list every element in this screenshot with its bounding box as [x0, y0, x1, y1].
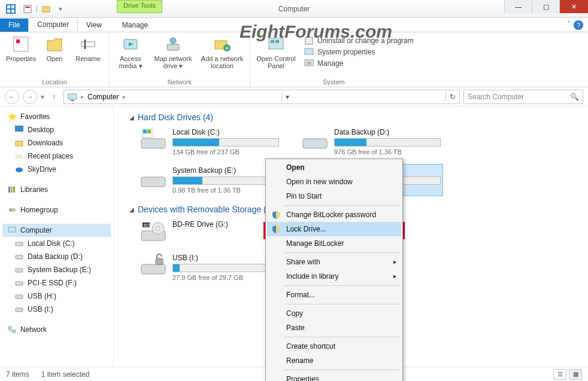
system-properties-button[interactable]: System properties: [304, 47, 414, 57]
rename-button[interactable]: Rename: [71, 35, 105, 62]
svg-rect-22: [305, 37, 313, 44]
ctx-lock-drive[interactable]: Lock Drive...: [267, 222, 401, 236]
qat-new-folder-icon[interactable]: [40, 3, 52, 15]
control-panel-icon: [266, 35, 286, 54]
drive-tools-context-tab[interactable]: Drive Tools: [117, 0, 162, 13]
drive-g[interactable]: BD BD-RE Drive (G:): [138, 218, 281, 245]
homegroup-icon: [7, 205, 17, 215]
drive-c[interactable]: Local Disk (C:)134 GB free of 237 GB: [138, 126, 281, 158]
tab-view[interactable]: View: [78, 19, 110, 32]
ctx-properties[interactable]: Properties: [267, 372, 401, 381]
address-bar[interactable]: ▸ Computer ▸ ▾ ↻: [63, 90, 460, 104]
search-icon[interactable]: 🔍: [570, 93, 579, 101]
uninstall-program-button[interactable]: Uninstall or change a program: [304, 36, 414, 45]
add-network-location-button[interactable]: +Add a network location: [198, 35, 246, 70]
refresh-icon[interactable]: ↻: [445, 93, 456, 101]
forward-button[interactable]: →: [23, 90, 37, 104]
qat-properties-icon[interactable]: [22, 3, 34, 15]
tree-drive-c[interactable]: Local Disk (C:): [2, 237, 111, 250]
tree-drive-h[interactable]: USB (H:): [2, 289, 111, 303]
tree-libraries[interactable]: Libraries: [2, 183, 111, 196]
tree-homegroup[interactable]: Homegroup: [2, 203, 111, 217]
svg-text:BD: BD: [144, 223, 150, 227]
tree-skydrive[interactable]: SkyDrive: [2, 163, 111, 176]
window-title: Computer: [278, 5, 310, 13]
access-media-button[interactable]: Access media ▾: [113, 35, 148, 70]
collapse-ribbon-icon[interactable]: ˆ: [568, 20, 570, 29]
tree-downloads[interactable]: Downloads: [2, 136, 111, 150]
properties-button[interactable]: Properties: [4, 35, 38, 62]
ctx-pin-to-start[interactable]: Pin to Start: [267, 189, 401, 203]
libraries-icon: [7, 185, 17, 194]
search-input[interactable]: Search Computer 🔍: [463, 90, 583, 104]
tree-drive-d[interactable]: Data Backup (D:): [2, 250, 111, 263]
tab-computer[interactable]: Computer: [28, 17, 78, 32]
drive-i[interactable]: USB (I:)27.9 GB free of 29.7 GB: [138, 251, 281, 284]
ctx-paste[interactable]: Paste: [267, 321, 401, 335]
ctx-copy[interactable]: Copy: [267, 306, 401, 321]
open-control-panel-button[interactable]: Open Control Panel: [254, 35, 298, 69]
tree-desktop[interactable]: Desktop: [2, 123, 111, 136]
open-button[interactable]: Open: [42, 35, 67, 62]
tree-favorites[interactable]: ⭐Favorites: [2, 110, 111, 123]
svg-rect-47: [143, 130, 147, 133]
tab-file[interactable]: File: [0, 19, 28, 32]
address-dropdown-icon[interactable]: ▾: [281, 93, 289, 101]
rename-icon: [78, 35, 98, 54]
breadcrumb-computer[interactable]: Computer: [87, 93, 119, 101]
history-dropdown-icon[interactable]: ▾: [41, 93, 44, 101]
star-icon: ⭐: [7, 112, 17, 121]
tree-computer[interactable]: Computer: [2, 224, 111, 237]
manage-button[interactable]: Manage: [304, 59, 414, 68]
tree-drive-f[interactable]: PCI-E SSD (F:): [2, 276, 111, 289]
svg-rect-10: [81, 42, 95, 47]
ctx-manage-bitlocker[interactable]: Manage BitLocker: [267, 236, 401, 251]
ctx-include-in-library[interactable]: Include in library▸: [267, 269, 401, 284]
ctx-share-with[interactable]: Share with▸: [267, 255, 401, 269]
group-hard-disk-drives[interactable]: ◢Hard Disk Drives (4): [129, 112, 582, 122]
network-icon: [7, 325, 17, 334]
svg-rect-36: [8, 227, 16, 232]
drive-e[interactable]: System Backup (E:)0.98 TB free of 1.36 T…: [138, 164, 281, 196]
minimize-button[interactable]: —: [504, 0, 532, 13]
ctx-change-bitlocker-password[interactable]: Change BitLocker password: [267, 208, 401, 222]
shield-icon: [272, 211, 280, 219]
map-network-drive-button[interactable]: Map network drive ▾: [151, 35, 195, 70]
svg-rect-21: [275, 40, 279, 43]
up-button[interactable]: ↑: [48, 91, 60, 103]
ctx-rename[interactable]: Rename: [267, 353, 401, 368]
svg-rect-39: [16, 269, 23, 272]
svg-rect-26: [71, 100, 74, 101]
svg-point-55: [156, 227, 160, 230]
ctx-open-new-window[interactable]: Open in new window: [267, 175, 401, 189]
caret-down-icon: ◢: [129, 114, 134, 121]
optical-drive-icon: BD: [140, 220, 166, 243]
chevron-right-icon[interactable]: ▸: [123, 93, 126, 100]
ctx-create-shortcut[interactable]: Create shortcut: [267, 339, 401, 353]
drive-icon: [14, 278, 24, 288]
ribbon-group-network: Access media ▾ Map network drive ▾ +Add …: [110, 32, 250, 87]
drive-icon: [302, 128, 328, 151]
drive-d[interactable]: Data Backup (D:)976 GB free of 1.36 TB: [299, 126, 443, 158]
ctx-format[interactable]: Format...: [267, 288, 401, 302]
ctx-open[interactable]: Open: [267, 160, 401, 175]
tree-recent-places[interactable]: Recent places: [2, 150, 111, 163]
qat-dropdown-icon[interactable]: ▾: [54, 3, 66, 15]
view-tiles-button[interactable]: ▦: [569, 369, 582, 380]
shield-icon: [272, 225, 280, 233]
tree-drive-i[interactable]: USB (I:): [2, 303, 111, 316]
maximize-button[interactable]: ▢: [532, 0, 559, 13]
tree-drive-e[interactable]: System Backup (E:): [2, 263, 111, 276]
svg-rect-11: [84, 39, 86, 49]
tree-network[interactable]: Network: [2, 323, 111, 336]
view-details-button[interactable]: ☰: [553, 369, 566, 380]
close-button[interactable]: ✕: [559, 0, 588, 13]
help-icon[interactable]: ?: [574, 20, 583, 30]
chevron-right-icon[interactable]: ▸: [81, 93, 84, 100]
back-button[interactable]: ←: [5, 90, 19, 104]
tab-manage[interactable]: Manage: [114, 19, 156, 32]
svg-rect-31: [8, 187, 10, 193]
svg-rect-29: [16, 154, 23, 159]
context-menu: Open Open in new window Pin to Start Cha…: [265, 159, 403, 381]
title-bar: | ▾ Drive Tools Computer — ▢ ✕: [0, 0, 588, 18]
